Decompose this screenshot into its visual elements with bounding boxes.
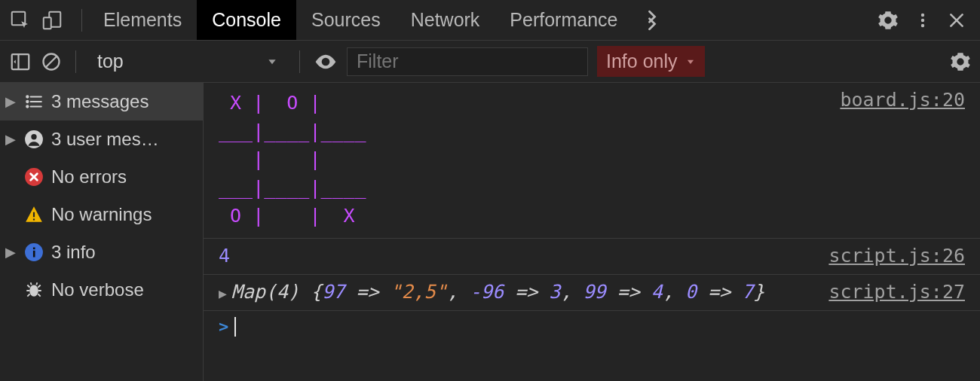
sidebar-info[interactable]: ▶ 3 info [0, 233, 203, 271]
level-label: Info only [606, 50, 678, 72]
more-tabs-icon[interactable] [642, 10, 663, 31]
tab-console[interactable]: Console [197, 0, 296, 40]
board-row: O | | X [219, 202, 965, 230]
expand-icon: ▶ [5, 131, 17, 148]
source-link[interactable]: script.js:26 [828, 245, 965, 267]
svg-point-6 [921, 23, 924, 26]
map-value: 4 [651, 281, 663, 303]
device-toolbar-icon[interactable] [41, 9, 63, 32]
expand-icon: ▶ [5, 93, 17, 110]
devtools-tab-bar: Elements Console Sources Network Perform… [0, 0, 980, 41]
svg-point-3 [886, 17, 891, 23]
svg-point-27 [29, 285, 38, 297]
divider [299, 50, 300, 73]
tab-network[interactable]: Network [396, 0, 495, 40]
tab-elements[interactable]: Elements [88, 0, 197, 40]
svg-rect-2 [44, 17, 51, 29]
sidebar-label: 3 info [51, 242, 96, 263]
board-row: ___|____|____ [219, 117, 965, 146]
svg-point-17 [26, 105, 28, 107]
map-value: 7 [742, 281, 753, 303]
console-settings-icon[interactable] [950, 51, 971, 72]
svg-point-12 [958, 59, 963, 64]
map-value: 3 [549, 281, 560, 303]
sidebar-messages[interactable]: ▶ 3 messages [0, 83, 203, 120]
svg-rect-26 [33, 248, 35, 250]
console-toolbar: top Info only [0, 41, 980, 83]
divider [81, 9, 82, 32]
bug-icon [24, 280, 44, 300]
svg-line-10 [46, 56, 57, 67]
map-key: -96 [470, 281, 504, 303]
map-key: 99 [583, 281, 606, 303]
console-message-value: script.js:26 4 [204, 239, 980, 275]
user-icon [24, 130, 44, 149]
clear-console-icon[interactable] [41, 51, 62, 72]
filter-input[interactable] [347, 47, 588, 76]
svg-rect-22 [33, 212, 35, 218]
source-link[interactable]: script.js:27 [828, 281, 965, 303]
sidebar-warnings[interactable]: No warnings [0, 196, 203, 233]
info-icon [24, 242, 44, 262]
error-icon [24, 167, 44, 187]
live-expression-icon[interactable] [314, 50, 338, 74]
list-icon [24, 92, 44, 111]
svg-point-11 [323, 59, 327, 63]
toggle-sidebar-icon[interactable] [9, 50, 32, 73]
sidebar-label: No warnings [51, 204, 152, 225]
kebab-menu-icon[interactable] [914, 11, 932, 29]
sidebar-label: 3 user mes… [51, 129, 159, 150]
svg-rect-23 [33, 218, 35, 220]
prompt-caret-icon: > [219, 317, 228, 336]
sidebar-errors[interactable]: No errors [0, 158, 203, 196]
inspect-element-icon[interactable] [9, 9, 32, 32]
execution-context-select[interactable]: top [90, 50, 286, 72]
sidebar-verbose[interactable]: No verbose [0, 271, 203, 309]
sidebar-user-messages[interactable]: ▶ 3 user mes… [0, 120, 203, 158]
svg-point-20 [31, 134, 36, 139]
close-icon[interactable] [947, 11, 966, 30]
map-value: "2,5" [390, 281, 447, 303]
settings-icon[interactable] [877, 10, 899, 31]
sidebar-label: 3 messages [51, 91, 149, 112]
map-label: Map(4) [231, 281, 299, 303]
text-cursor [234, 317, 236, 337]
expand-icon: ▶ [5, 244, 17, 261]
map-key: 0 [685, 281, 697, 303]
console-message-board: board.js:20 X | O | ___|____|____ | | __… [204, 83, 980, 239]
board-row: | | [219, 145, 965, 174]
dropdown-icon [685, 56, 696, 67]
console-messages: board.js:20 X | O | ___|____|____ | | __… [204, 83, 980, 381]
source-link[interactable]: board.js:20 [840, 89, 965, 111]
warning-icon [24, 205, 44, 224]
svg-point-15 [26, 101, 28, 102]
sidebar-label: No verbose [51, 279, 144, 300]
expand-icon[interactable]: ▶ [219, 285, 227, 301]
log-value: 4 [219, 245, 230, 267]
map-key: 97 [322, 281, 345, 303]
dropdown-icon [266, 56, 278, 68]
sidebar-label: No errors [51, 166, 127, 187]
svg-point-4 [921, 13, 924, 16]
svg-rect-25 [33, 251, 35, 258]
console-prompt[interactable]: > [204, 311, 980, 343]
divider [75, 50, 76, 73]
tab-performance[interactable]: Performance [495, 0, 632, 40]
svg-point-5 [921, 18, 924, 21]
board-row: ___|____|____ [219, 174, 965, 203]
log-level-select[interactable]: Info only [597, 46, 705, 77]
context-label: top [97, 50, 124, 72]
svg-point-13 [26, 96, 28, 97]
console-message-map: script.js:27 ▶Map(4) {97 => "2,5", -96 =… [204, 275, 980, 311]
console-sidebar: ▶ 3 messages ▶ 3 user mes… No errors [0, 83, 204, 381]
tab-sources[interactable]: Sources [296, 0, 396, 40]
